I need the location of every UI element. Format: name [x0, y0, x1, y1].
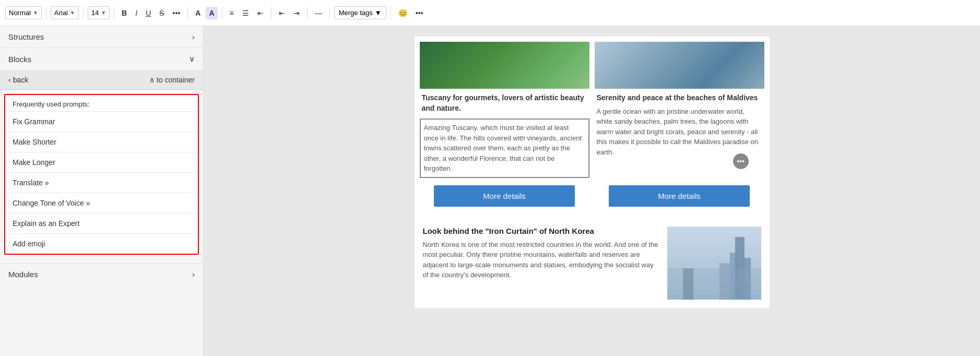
back-to-container-bar: ‹ back ∧ to container	[0, 70, 203, 90]
maldives-card-text: A gentle ocean with an pristine underwat…	[597, 106, 762, 180]
structures-section-header[interactable]: Structures ›	[0, 26, 203, 48]
divider4	[187, 7, 188, 19]
extra-options-button[interactable]: •••	[412, 7, 427, 19]
prompt-make-longer[interactable]: Make Longer	[5, 152, 198, 172]
maldives-btn-wrap: More details	[595, 185, 764, 211]
maldives-card-title: Serenity and peace at the beaches of Mal…	[597, 93, 762, 103]
divider8	[329, 7, 330, 19]
structures-chevron-icon: ›	[192, 32, 195, 41]
font-color-button[interactable]: A	[192, 7, 204, 19]
merge-tags-button[interactable]: Merge tags ▼	[334, 6, 386, 19]
modules-chevron-icon: ›	[192, 270, 195, 279]
back-label: back	[13, 76, 29, 84]
tuscany-card-text[interactable]: Amazing Tuscany, which must be visited a…	[420, 118, 589, 178]
tuscany-card-image	[420, 42, 589, 89]
email-container: Tuscany for gourmets, lovers of artistic…	[415, 37, 770, 308]
maldives-more-details-button[interactable]: More details	[609, 185, 749, 207]
tuscany-more-details-button[interactable]: More details	[434, 185, 574, 207]
cards-row: Tuscany for gourmets, lovers of artistic…	[415, 37, 770, 216]
prompt-translate[interactable]: Translate »	[5, 172, 198, 193]
svg-rect-5	[667, 268, 761, 300]
divider9	[391, 7, 391, 19]
prompts-section: Frequently used prompts: Fix Grammar Mak…	[4, 94, 199, 255]
nk-image	[667, 227, 761, 300]
nk-title: Look behind the "Iron Curtain" of North …	[423, 227, 659, 235]
to-container-label: to container	[157, 76, 195, 84]
font-select[interactable]: Arial ▼	[51, 6, 79, 19]
structures-label: Structures	[8, 32, 44, 41]
divider7	[307, 7, 308, 19]
more-format-button[interactable]: •••	[170, 7, 184, 19]
nk-text-block: Look behind the "Iron Curtain" of North …	[423, 227, 659, 300]
content-area: Tuscany for gourmets, lovers of artistic…	[204, 26, 980, 356]
back-arrow-icon: ‹	[8, 76, 11, 84]
strikethrough-button[interactable]: S	[156, 7, 167, 19]
divider3	[114, 7, 114, 19]
style-select[interactable]: Normal ▼	[5, 6, 42, 19]
prompt-explain-expert[interactable]: Explain as an Expert	[5, 213, 198, 233]
align-button[interactable]: ≡	[227, 7, 237, 19]
italic-button[interactable]: I	[132, 7, 140, 19]
sidebar: Structures › Blocks ∨ ‹ back ∧ to contai…	[0, 26, 204, 356]
to-container-arrow-icon: ∧	[149, 76, 155, 84]
north-korea-section: Look behind the "Iron Curtain" of North …	[415, 218, 770, 308]
hr-button[interactable]: —	[312, 7, 325, 19]
divider1	[46, 7, 46, 19]
style-arrow-icon: ▼	[33, 10, 38, 16]
back-button[interactable]: ‹ back	[8, 76, 28, 84]
blocks-section-header[interactable]: Blocks ∨	[0, 48, 203, 70]
prompt-make-shorter[interactable]: Make Shorter	[5, 132, 198, 152]
prompt-change-tone[interactable]: Change Tone of Voice »	[5, 193, 198, 213]
underline-button[interactable]: U	[143, 7, 154, 19]
prompt-add-emoji[interactable]: Add emoji	[5, 233, 198, 254]
tuscany-btn-wrap: More details	[420, 185, 589, 211]
divider6	[271, 7, 271, 19]
size-label: 14	[91, 9, 99, 17]
modules-label: Modules	[8, 270, 38, 279]
font-label: Arial	[54, 9, 68, 17]
prompts-header: Frequently used prompts:	[5, 95, 198, 111]
prompt-fix-grammar[interactable]: Fix Grammar	[5, 111, 198, 132]
emoji-button[interactable]: 😊	[395, 7, 410, 19]
maldives-card: Serenity and peace at the beaches of Mal…	[595, 42, 764, 211]
bold-button[interactable]: B	[119, 7, 130, 19]
nk-body: North Korea is one of the most restricte…	[423, 240, 659, 280]
to-container-button[interactable]: ∧ to container	[149, 76, 195, 84]
divider5	[222, 7, 222, 19]
merge-tags-label: Merge tags	[339, 9, 373, 17]
blocks-chevron-icon: ∨	[189, 54, 195, 64]
list-button[interactable]: ☰	[239, 7, 252, 19]
bg-color-button[interactable]: A	[206, 7, 217, 19]
merge-tags-arrow-icon: ▼	[375, 9, 382, 17]
blocks-label: Blocks	[8, 55, 31, 64]
tuscany-card: Tuscany for gourmets, lovers of artistic…	[420, 42, 589, 211]
divider2	[83, 7, 84, 19]
tuscany-card-title: Tuscany for gourmets, lovers of artistic…	[422, 93, 587, 113]
modules-section-header[interactable]: Modules ›	[0, 263, 203, 285]
indent-left-button[interactable]: ⇤	[254, 7, 267, 19]
outdent-button[interactable]: ⇤	[276, 7, 288, 19]
indent-button[interactable]: ⇥	[290, 7, 303, 19]
style-label: Normal	[9, 9, 31, 17]
maldives-card-image	[595, 42, 764, 89]
size-arrow-icon: ▼	[101, 10, 106, 16]
font-arrow-icon: ▼	[70, 10, 75, 16]
card-options-button[interactable]: •••	[733, 153, 749, 169]
toolbar: Normal ▼ Arial ▼ 14 ▼ B I U S ••• A A ≡ …	[0, 0, 980, 26]
size-select[interactable]: 14 ▼	[88, 6, 110, 19]
main-layout: Structures › Blocks ∨ ‹ back ∧ to contai…	[0, 26, 980, 356]
